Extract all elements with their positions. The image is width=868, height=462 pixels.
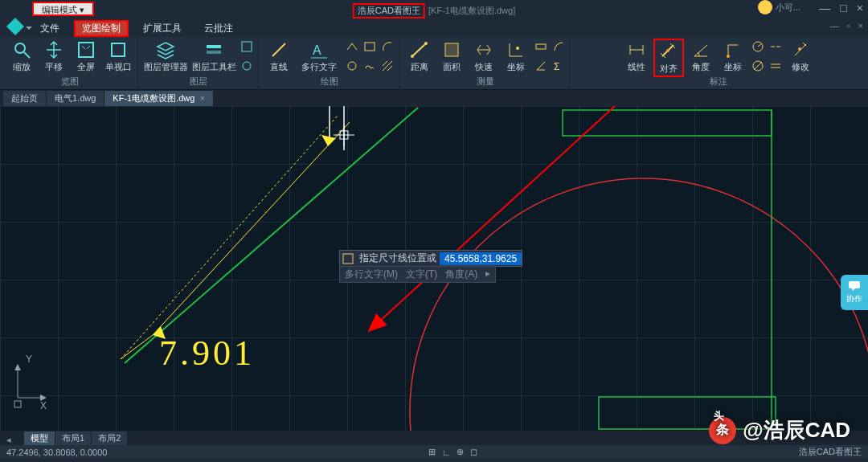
ribbon: 缩放 平移 全屏 单视口 览图 图层管理器 图层工具栏 图层 直线 <box>0 37 868 90</box>
draw-mini-1-button[interactable] <box>344 39 360 56</box>
status-bar: 47.2496, 30.8068, 0.0000 ⊞ ∟ ⊕ ◻ 浩辰CAD看图… <box>0 445 868 459</box>
user-chip[interactable]: 小可... <box>758 0 800 14</box>
draw-mini-4-button[interactable] <box>362 58 378 76</box>
tab-model[interactable]: 模型 <box>24 431 55 445</box>
app-menu-chevron-icon[interactable] <box>26 27 32 30</box>
tab-start[interactable]: 起始页 <box>3 91 47 106</box>
menu-bar: 文件 览图绘制 扩展工具 云批注 <box>0 19 868 37</box>
measure-mini-1-button[interactable] <box>533 39 549 56</box>
mdi-minimize-button[interactable]: — <box>830 21 839 31</box>
group-label-dim: 标注 <box>710 76 727 88</box>
draw-mini-6-button[interactable] <box>379 58 395 76</box>
layer-toolbar-button[interactable]: 图层工具栏 <box>190 39 237 77</box>
title-bar: 编辑模式 ▾ 浩辰CAD看图王 [KF-1电缆敷设图.dwg] 小可... — … <box>0 0 868 19</box>
svg-line-1 <box>24 52 30 58</box>
opt-mtext[interactable]: 多行文字(M) <box>345 268 398 281</box>
dim-edit-button[interactable]: 修改 <box>785 39 816 77</box>
layer-manager-button[interactable]: 图层管理器 <box>142 39 189 77</box>
dim-mini-1-button[interactable] <box>750 39 766 56</box>
arc-icon <box>381 40 394 53</box>
svg-point-7 <box>243 62 251 70</box>
status-polar-icon[interactable]: ⊕ <box>457 447 464 457</box>
dim-angle-button[interactable]: 角度 <box>686 39 716 77</box>
tab-doc-1[interactable]: 电气1.dwg <box>47 91 104 106</box>
dim-aligned-button[interactable]: 对齐 <box>653 39 684 77</box>
tab-close-icon[interactable]: × <box>199 93 204 103</box>
measure-mini-3-button[interactable] <box>551 39 567 56</box>
collab-side-button[interactable]: 协作 <box>841 275 868 310</box>
dim-dia-icon <box>751 59 764 72</box>
dim-ordinate-button[interactable]: 坐标 <box>718 39 748 77</box>
menu-file[interactable]: 文件 <box>32 20 68 37</box>
circle-icon <box>346 59 358 72</box>
ucs-icon: YX <box>10 354 48 413</box>
single-viewport-button[interactable]: 单视口 <box>103 39 133 77</box>
status-snap-icon[interactable]: ⊞ <box>428 447 436 457</box>
distance-button[interactable]: 距离 <box>404 39 435 77</box>
mtext-button[interactable]: A多行文字 <box>296 39 342 77</box>
minimize-button[interactable]: — <box>819 2 830 14</box>
layer-mini-icon <box>240 40 253 53</box>
dim-linear-icon <box>627 40 646 59</box>
draw-mini-5-button[interactable] <box>379 39 395 56</box>
status-ortho-icon[interactable]: ∟ <box>442 448 451 457</box>
svg-rect-52 <box>343 254 353 264</box>
status-osnap-icon[interactable]: ◻ <box>470 447 477 457</box>
draw-mini-3-button[interactable] <box>362 39 378 56</box>
prompt-icon <box>342 252 354 265</box>
mdi-close-button[interactable]: × <box>858 21 863 31</box>
zoom-button[interactable]: 缩放 <box>6 39 37 77</box>
mode-label: 编辑模式 <box>42 5 77 14</box>
svg-text:Σ: Σ <box>554 61 559 72</box>
close-button[interactable]: × <box>857 2 863 14</box>
measure-mini-2-button[interactable] <box>533 58 549 76</box>
dynamic-input-value[interactable]: 45.5658,31.9625 <box>440 252 522 265</box>
coord-measure-button[interactable]: 坐标 <box>501 39 531 77</box>
mdi-restore-button[interactable]: ▫ <box>847 21 850 31</box>
options-expand-icon[interactable]: ▸ <box>485 268 490 281</box>
layer-tools-icon <box>204 40 223 59</box>
dimension-value-text: 7.901 <box>159 333 255 374</box>
opt-text[interactable]: 文字(T) <box>406 268 437 281</box>
dim-cont-icon <box>769 40 782 53</box>
menu-ext-tools[interactable]: 扩展工具 <box>135 20 190 37</box>
mode-dropdown[interactable]: 编辑模式 ▾ <box>32 2 94 16</box>
dim-mini-4-button[interactable] <box>768 58 784 76</box>
tab-layout-2[interactable]: 布局2 <box>92 431 128 445</box>
layers-icon <box>156 40 175 59</box>
maximize-button[interactable]: □ <box>840 2 846 14</box>
layer-mini-1-button[interactable] <box>239 39 255 56</box>
layer-mini-2-button[interactable] <box>239 58 255 76</box>
svg-rect-6 <box>242 42 252 51</box>
svg-line-8 <box>272 43 285 56</box>
document-name: [KF-1电缆敷设图.dwg] <box>428 5 515 17</box>
svg-rect-18 <box>536 44 546 49</box>
dynamic-input[interactable]: 指定尺寸线位置或 45.5658,31.9625 <box>339 250 522 267</box>
tab-scroll-left-icon[interactable]: ◂ <box>6 435 11 445</box>
line-button[interactable]: 直线 <box>264 39 294 77</box>
svg-marker-57 <box>14 364 21 370</box>
tab-doc-active[interactable]: KF-1电缆敷设图.dwg× <box>104 91 214 106</box>
dim-mini-2-button[interactable] <box>750 58 766 76</box>
tab-layout-1[interactable]: 布局1 <box>55 431 92 445</box>
command-options[interactable]: 多行文字(M) 文字(T) 角度(A) ▸ <box>339 266 496 283</box>
dim-mini-3-button[interactable] <box>768 39 784 56</box>
quick-measure-button[interactable]: 快速 <box>469 39 499 77</box>
svg-point-0 <box>15 43 25 53</box>
dim-linear-button[interactable]: 线性 <box>621 39 652 77</box>
coord-icon <box>506 40 526 59</box>
area-button[interactable]: 面积 <box>436 39 467 77</box>
drawing-canvas[interactable]: 7.901 指定尺寸线位置或 45.5658,31.9625 多行文字(M) 文… <box>0 106 868 431</box>
text-icon: A <box>309 40 329 59</box>
watermark: 头 @浩辰CAD <box>709 416 850 444</box>
pan-button[interactable]: 平移 <box>39 39 69 77</box>
measure-mini-4-button[interactable]: Σ <box>551 58 567 76</box>
fullscreen-button[interactable]: 全屏 <box>71 39 101 77</box>
svg-marker-54 <box>852 288 855 291</box>
opt-angle[interactable]: 角度(A) <box>445 268 477 281</box>
draw-mini-2-button[interactable] <box>344 58 360 76</box>
dynamic-input-label: 指定尺寸线位置或 <box>356 251 440 266</box>
pan-icon <box>44 40 63 59</box>
menu-cloud-annot[interactable]: 云批注 <box>196 20 241 37</box>
menu-view-draw[interactable]: 览图绘制 <box>74 20 129 37</box>
